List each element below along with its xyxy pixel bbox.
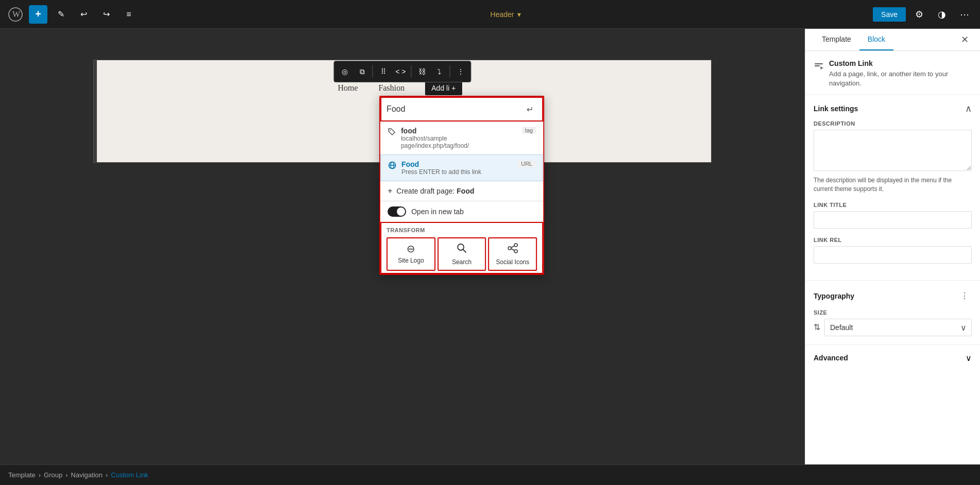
link-title-field-group: LINK TITLE <box>814 202 972 229</box>
typography-header[interactable]: Typography ⋮ <box>814 289 972 303</box>
description-help-text: The description will be displayed in the… <box>814 176 972 194</box>
description-input[interactable] <box>814 130 972 171</box>
advanced-header[interactable]: Advanced ∨ <box>814 353 972 363</box>
wp-logo: W <box>6 5 25 24</box>
tag-icon <box>387 128 396 138</box>
size-select-wrapper: Default Small Medium Large X-Large ∨ <box>824 319 972 336</box>
breadcrumb-sep-2: › <box>65 471 67 479</box>
svg-point-9 <box>508 247 511 250</box>
block-tool-indent[interactable]: ⤵ <box>431 63 448 80</box>
tag-badge: tag <box>522 127 536 134</box>
url-badge: URL <box>518 160 535 167</box>
block-tool-more[interactable]: ⋮ <box>452 63 469 80</box>
size-select[interactable]: Default Small Medium Large X-Large <box>824 319 972 336</box>
save-button[interactable]: Save <box>873 7 906 22</box>
block-tool-drag[interactable]: ⠿ <box>375 63 392 80</box>
svg-line-7 <box>463 250 466 253</box>
block-tool-circle[interactable]: ◎ <box>336 63 353 80</box>
link-search-input[interactable]: Food <box>386 105 522 114</box>
more-button[interactable]: ⋯ <box>955 5 974 24</box>
tab-block[interactable]: Block <box>859 29 893 50</box>
social-icons-icon <box>507 242 518 256</box>
settings-button[interactable]: ⚙ <box>910 5 928 24</box>
custom-link-desc: Add a page, link, or another item to you… <box>829 70 972 88</box>
nav-item-add[interactable]: Add li + <box>425 81 462 95</box>
link-rel-field-group: LINK REL <box>814 237 972 264</box>
redo-button[interactable]: ↪ <box>97 5 115 24</box>
add-item-icon: + <box>451 84 455 92</box>
block-tool-parent[interactable]: ⧉ <box>354 63 370 80</box>
typography-title: Typography <box>814 292 854 300</box>
undo-button[interactable]: ↩ <box>74 5 93 24</box>
link-rel-input[interactable] <box>814 246 972 264</box>
toolbar-center: Header ▾ <box>142 10 869 19</box>
right-sidebar: Template Block ✕ Custom Link Add a page,… <box>805 0 980 464</box>
add-item-text: Add li <box>431 84 449 92</box>
advanced-section: Advanced ∨ <box>805 345 980 371</box>
svg-point-10 <box>514 250 517 253</box>
link-result-url[interactable]: Food Press ENTER to add this link URL <box>380 154 543 181</box>
link-settings-section: Link settings ∧ DESCRIPTION The descript… <box>805 95 980 280</box>
nav-item-fashion[interactable]: Fashion <box>379 83 405 93</box>
toolbar-right: Save ⚙ ◑ ⋯ <box>873 5 974 24</box>
breadcrumb-group: Group <box>44 471 62 479</box>
breadcrumb-template: Template <box>8 471 36 479</box>
svg-line-11 <box>511 246 514 248</box>
url-result-text: Food Press ENTER to add this link <box>401 160 513 176</box>
svg-point-8 <box>514 244 517 247</box>
search-label: Search <box>452 258 471 266</box>
transform-site-logo[interactable]: ⊖ Site Logo <box>386 237 435 271</box>
contrast-button[interactable]: ◑ <box>933 5 951 24</box>
link-result-tag[interactable]: food localhost/sample page/index.php/tag… <box>380 122 543 154</box>
size-adjust-icon: ⇅ <box>814 322 820 332</box>
breadcrumb-sep-1: › <box>39 471 41 479</box>
site-logo-icon: ⊖ <box>407 242 415 255</box>
open-new-tab-row: Open in new tab <box>380 201 543 222</box>
transform-search[interactable]: Search <box>437 237 486 271</box>
block-toolbar: ◎ ⧉ ⠿ < > ⛓ ⤵ ⋮ <box>334 61 471 82</box>
description-label: DESCRIPTION <box>814 120 972 127</box>
svg-point-2 <box>390 130 391 131</box>
tab-template[interactable]: Template <box>814 29 859 50</box>
link-settings-header[interactable]: Link settings ∧ <box>814 103 972 114</box>
svg-rect-14 <box>815 65 820 66</box>
main-content: ◎ ⧉ ⠿ < > ⛓ ⤵ ⋮ Home Fashion Add li + Fo… <box>0 29 805 464</box>
svg-line-12 <box>511 249 514 251</box>
header-label[interactable]: Header ▾ <box>491 10 521 19</box>
sidebar-close-button[interactable]: ✕ <box>957 32 972 47</box>
add-block-button[interactable]: + <box>29 5 47 24</box>
nav-item-home[interactable]: Home <box>338 83 358 93</box>
typography-section: Typography ⋮ SIZE ⇅ Default Small Medium… <box>805 281 980 344</box>
header-chevron-icon: ▾ <box>517 10 521 19</box>
link-popup: Food ↵ food localhost/sample page/index.… <box>379 96 544 275</box>
status-bar: Template › Group › Navigation › Custom L… <box>0 464 980 485</box>
description-field-group: DESCRIPTION The description will be disp… <box>814 120 972 194</box>
link-rel-label: LINK REL <box>814 237 972 243</box>
header-text: Header <box>491 10 514 19</box>
sidebar-content: Custom Link Add a page, link, or another… <box>805 51 980 464</box>
typography-options-button[interactable]: ⋮ <box>957 289 972 303</box>
custom-link-text: Custom Link Add a page, link, or another… <box>829 59 972 88</box>
link-results: food localhost/sample page/index.php/tag… <box>380 122 543 222</box>
custom-link-icon <box>814 60 824 73</box>
create-draft-item[interactable]: + Create draft page: Food <box>380 181 543 201</box>
transform-social-icons[interactable]: Social Icons <box>488 237 537 271</box>
link-title-input[interactable] <box>814 211 972 229</box>
link-submit-button[interactable]: ↵ <box>522 102 537 116</box>
toolbar-divider-2 <box>411 65 412 78</box>
tag-result-text: food localhost/sample page/index.php/tag… <box>401 127 517 149</box>
breadcrumb-sep-3: › <box>106 471 108 479</box>
tools-button[interactable]: ✎ <box>52 5 70 24</box>
toolbar-divider <box>373 65 373 78</box>
custom-link-title: Custom Link <box>829 59 972 67</box>
open-new-tab-toggle[interactable] <box>387 206 406 217</box>
block-tool-link[interactable]: ⛓ <box>414 63 430 80</box>
list-view-button[interactable]: ≡ <box>120 5 138 24</box>
custom-link-header: Custom Link Add a page, link, or another… <box>805 51 980 95</box>
block-tool-arrows[interactable]: < > <box>393 63 409 80</box>
svg-rect-13 <box>815 63 823 64</box>
breadcrumb-custom-link[interactable]: Custom Link <box>111 471 148 479</box>
globe-icon <box>388 161 396 171</box>
search-transform-icon <box>456 242 467 256</box>
link-title-label: LINK TITLE <box>814 202 972 208</box>
